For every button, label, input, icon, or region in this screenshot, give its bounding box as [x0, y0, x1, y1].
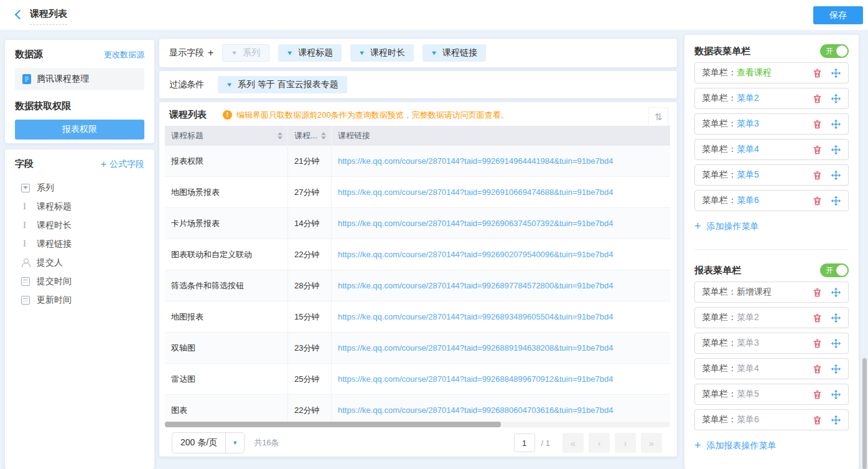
delete-icon[interactable] — [812, 313, 823, 323]
delete-icon[interactable] — [812, 196, 823, 206]
table-menubar-toggle[interactable]: 开 — [820, 44, 849, 58]
page-nav-button[interactable]: › — [615, 433, 636, 453]
field-item[interactable]: 课程时长 — [15, 216, 144, 235]
field-tag[interactable]: ▼ 课程标题 — [278, 44, 342, 62]
move-icon[interactable] — [831, 170, 841, 181]
move-icon[interactable] — [831, 144, 841, 155]
menu-item[interactable]: 菜单栏： 新增课程 — [694, 282, 849, 303]
field-item[interactable]: 提交时间 — [15, 272, 144, 291]
field-item[interactable]: 课程标题 — [15, 197, 144, 216]
table-row[interactable]: 图表联动和自定义联动 22分钟 https://ke.qq.com/course… — [165, 239, 670, 270]
course-link[interactable]: https://ke.qq.com/course/2870144?taid=99… — [338, 405, 613, 415]
table-row[interactable]: 地图场景报表 27分钟 https://ke.qq.com/course/287… — [165, 177, 670, 208]
report-menubar-toggle[interactable]: 开 — [820, 263, 849, 277]
caret-down-icon[interactable]: ▼ — [358, 50, 366, 56]
course-link[interactable]: https://ke.qq.com/course/2870144?taid=99… — [338, 219, 613, 228]
delete-icon[interactable] — [812, 364, 823, 374]
horizontal-scrollbar-thumb[interactable] — [165, 422, 501, 427]
course-link[interactable]: https://ke.qq.com/course/2870144?taid=99… — [338, 312, 613, 321]
table-row[interactable]: 双轴图 23分钟 https://ke.qq.com/course/287014… — [165, 333, 670, 364]
menu-item-name[interactable]: 查看课程 — [737, 67, 772, 78]
page-size-select[interactable]: 200 条/页 ▼ — [172, 432, 245, 453]
change-datasource-link[interactable]: 更改数据源 — [104, 49, 144, 60]
delete-icon[interactable] — [812, 338, 823, 349]
menu-item[interactable]: 菜单栏： 菜单6 — [694, 190, 849, 211]
menu-item-name[interactable]: 菜单6 — [737, 195, 759, 206]
caret-down-icon[interactable]: ▼ — [226, 82, 233, 88]
course-link[interactable]: https://ke.qq.com/course/2870144?taid=99… — [338, 187, 613, 197]
field-tag[interactable]: ▼ 课程链接 — [422, 44, 486, 62]
course-link[interactable]: https://ke.qq.com/course/2870144?taid=99… — [338, 250, 613, 259]
menu-item[interactable]: 菜单栏： 菜单2 — [694, 307, 849, 328]
menu-item-name[interactable]: 菜单3 — [737, 338, 759, 349]
menu-item[interactable]: 菜单栏： 菜单5 — [694, 164, 849, 186]
table-row[interactable]: 报表权限 21分钟 https://ke.qq.com/course/28701… — [165, 146, 670, 177]
field-tag[interactable]: ▼ 系列 — [222, 44, 269, 62]
caret-down-icon[interactable]: ▼ — [286, 50, 294, 56]
menu-item-name[interactable]: 菜单5 — [737, 169, 759, 181]
course-link[interactable]: https://ke.qq.com/course/2870144?taid=99… — [338, 281, 613, 290]
field-item[interactable]: 系列 — [15, 179, 144, 197]
add-display-field-button[interactable]: + — [208, 47, 213, 59]
column-header-duration[interactable]: 课程... — [288, 126, 332, 146]
delete-icon[interactable] — [812, 287, 823, 298]
menu-item[interactable]: 菜单栏： 菜单3 — [694, 113, 849, 135]
menu-item[interactable]: 菜单栏： 菜单2 — [694, 88, 849, 109]
horizontal-scrollbar-track[interactable] — [165, 422, 670, 427]
course-link[interactable]: https://ke.qq.com/course/2870144?taid=99… — [338, 343, 613, 353]
column-header-title[interactable]: 课程标题 — [165, 126, 288, 146]
table-row[interactable]: 地图报表 15分钟 https://ke.qq.com/course/28701… — [165, 301, 670, 333]
move-icon[interactable] — [831, 338, 841, 349]
menu-item[interactable]: 菜单栏： 菜单4 — [694, 139, 849, 160]
delete-icon[interactable] — [812, 68, 823, 78]
table-row[interactable]: 卡片场景报表 14分钟 https://ke.qq.com/course/287… — [165, 208, 670, 239]
delete-icon[interactable] — [812, 93, 823, 104]
menu-item-name[interactable]: 菜单5 — [737, 389, 759, 400]
field-tag[interactable]: ▼ 课程时长 — [350, 44, 414, 62]
table-row[interactable]: 图表 22分钟 https://ke.qq.com/course/2870144… — [165, 395, 670, 422]
menu-item-name[interactable]: 菜单3 — [737, 118, 759, 130]
move-icon[interactable] — [831, 93, 841, 104]
menu-item-name[interactable]: 新增课程 — [737, 287, 772, 298]
page-nav-button[interactable]: ‹ — [589, 433, 610, 453]
filter-condition-tag[interactable]: ▼ 系列 等于 百宝云报表专题 — [218, 76, 347, 93]
menu-item[interactable]: 菜单栏： 菜单4 — [694, 358, 849, 379]
menu-item[interactable]: 菜单栏： 菜单3 — [694, 333, 849, 354]
delete-icon[interactable] — [812, 144, 823, 155]
menu-item[interactable]: 菜单栏： 菜单5 — [694, 384, 849, 405]
sort-icon[interactable] — [321, 132, 326, 140]
menu-item-name[interactable]: 菜单4 — [737, 363, 759, 374]
page-nav-button[interactable]: » — [641, 433, 662, 453]
datasource-item[interactable]: 腾讯课程整理 — [15, 68, 144, 90]
field-item[interactable]: 提交人 — [15, 253, 144, 272]
move-icon[interactable] — [831, 364, 841, 374]
course-link[interactable]: https://ke.qq.com/course/2870144?taid=99… — [338, 156, 613, 166]
add-table-menu-link[interactable]: + 添加操作菜单 — [694, 220, 849, 233]
menu-item[interactable]: 菜单栏： 查看课程 — [694, 62, 849, 83]
menu-item-name[interactable]: 菜单4 — [737, 144, 759, 155]
menu-item-name[interactable]: 菜单6 — [737, 414, 759, 425]
move-icon[interactable] — [831, 415, 841, 425]
save-button[interactable]: 保存 — [813, 6, 863, 24]
table-row[interactable]: 筛选条件和筛选按钮 28分钟 https://ke.qq.com/course/… — [165, 270, 670, 301]
course-link[interactable]: https://ke.qq.com/course/2870144?taid=99… — [338, 374, 613, 384]
move-icon[interactable] — [831, 389, 841, 400]
field-item[interactable]: 课程链接 — [15, 235, 144, 253]
move-icon[interactable] — [831, 196, 841, 206]
row-order-button[interactable]: ⇅ — [648, 107, 668, 127]
caret-down-icon[interactable]: ▼ — [225, 433, 244, 453]
page-scrollbar-thumb[interactable] — [862, 358, 867, 469]
page-nav-button[interactable]: « — [562, 433, 584, 453]
table-row[interactable]: 雷达图 25分钟 https://ke.qq.com/course/287014… — [165, 364, 670, 395]
move-icon[interactable] — [831, 313, 841, 323]
menu-item-name[interactable]: 菜单2 — [737, 312, 759, 323]
move-icon[interactable] — [831, 287, 841, 298]
report-permission-button[interactable]: 报表权限 — [15, 120, 144, 140]
caret-down-icon[interactable]: ▼ — [231, 50, 238, 56]
delete-icon[interactable] — [812, 415, 823, 425]
sort-icon[interactable] — [278, 132, 282, 140]
back-icon[interactable] — [15, 10, 25, 20]
delete-icon[interactable] — [812, 119, 823, 130]
delete-icon[interactable] — [812, 170, 823, 181]
page-number-input[interactable] — [514, 433, 535, 452]
